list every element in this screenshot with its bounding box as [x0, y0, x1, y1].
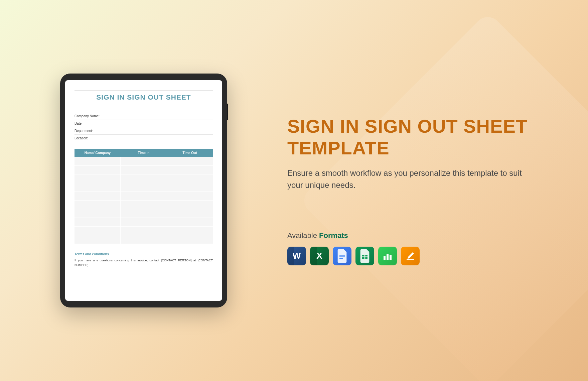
svg-rect-7 [384, 256, 386, 260]
table-header: Name/ Company Time In Time Out [75, 149, 213, 157]
page-title: SIGN IN SIGN OUT SHEET TEMPLATE [287, 116, 538, 159]
sheets-glyph-icon [359, 249, 370, 263]
tablet-power-button [227, 104, 228, 120]
col-name: Name/ Company [75, 151, 121, 155]
description-text: Ensure a smooth workflow as you personal… [287, 167, 538, 191]
google-docs-icon[interactable] [333, 247, 351, 265]
format-icons-row: W X [287, 247, 538, 265]
table-row [75, 209, 213, 218]
table-row [75, 235, 213, 244]
table-row [75, 227, 213, 235]
terms-heading: Terms and conditions [75, 252, 213, 256]
col-time-out: Time Out [167, 151, 213, 155]
svg-rect-5 [362, 257, 364, 259]
table-row [75, 174, 213, 183]
tablet-mockup: SIGN IN SIGN OUT SHEET Company Name: Dat… [60, 74, 227, 307]
field-date: Date: [75, 120, 213, 127]
formats-label: Available Formats [287, 231, 538, 240]
col-time-in: Time In [121, 151, 167, 155]
table-row [75, 166, 213, 174]
field-department: Department: [75, 127, 213, 135]
form-fields-group: Company Name: Date: Department: Location… [75, 113, 213, 142]
table-row [75, 218, 213, 227]
google-sheets-icon[interactable] [355, 247, 374, 265]
svg-rect-4 [365, 255, 368, 256]
svg-rect-2 [339, 258, 343, 259]
excel-icon[interactable]: X [310, 247, 329, 265]
svg-rect-10 [407, 259, 414, 260]
word-icon[interactable]: W [287, 247, 306, 265]
numbers-glyph-icon [383, 251, 393, 261]
apple-pages-icon[interactable] [401, 247, 420, 265]
svg-rect-9 [390, 255, 392, 260]
table-body [75, 157, 213, 244]
svg-rect-1 [339, 256, 345, 257]
table-row [75, 192, 213, 201]
document-preview: SIGN IN SIGN OUT SHEET Company Name: Dat… [65, 80, 222, 301]
docs-glyph-icon [337, 249, 347, 263]
apple-numbers-icon[interactable] [378, 247, 397, 265]
svg-rect-6 [365, 257, 368, 259]
field-location: Location: [75, 135, 213, 142]
svg-rect-3 [362, 255, 364, 256]
table-row [75, 201, 213, 209]
field-company: Company Name: [75, 113, 213, 120]
svg-rect-0 [339, 255, 345, 256]
pages-glyph-icon [405, 251, 415, 261]
svg-rect-8 [387, 254, 389, 260]
terms-text: If you have any questions concerning thi… [75, 258, 213, 268]
table-row [75, 183, 213, 192]
table-row [75, 157, 213, 166]
document-title: SIGN IN SIGN OUT SHEET [75, 90, 213, 104]
promo-content: SIGN IN SIGN OUT SHEET TEMPLATE Ensure a… [227, 116, 555, 265]
